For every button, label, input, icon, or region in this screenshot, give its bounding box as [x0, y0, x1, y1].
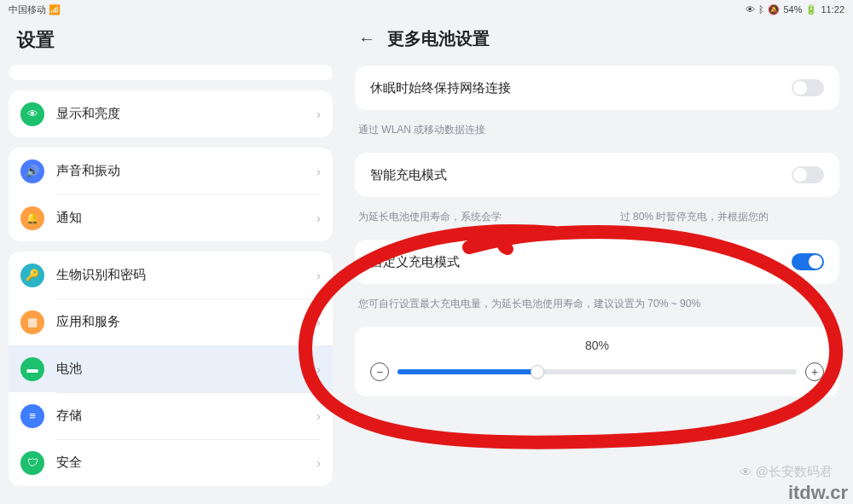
charge-limit-slider-card: 80% − +: [355, 327, 839, 397]
battery-percent: 54%: [783, 4, 802, 14]
settings-nav: 设置 👁 显示和亮度 › 🔊 声音和振动 › 🔔 通知 › 🔑: [0, 19, 341, 504]
nav-label: 显示和亮度: [56, 106, 120, 122]
eye-icon: 👁: [20, 102, 44, 126]
shield-icon: 🛡: [20, 451, 44, 475]
bell-icon: 🔔: [20, 206, 44, 230]
key-icon: 🔑: [20, 264, 44, 287]
setting-desc: 为延长电池使用寿命，系统会学 过 80% 时暂停充电，并根据您的: [355, 202, 839, 240]
nav-biometrics[interactable]: 🔑 生物识别和密码 ›: [9, 252, 333, 298]
nav-label: 电池: [56, 361, 82, 377]
setting-title: 休眠时始终保持网络连接: [370, 80, 511, 96]
site-watermark: itdw.cr: [788, 482, 848, 504]
toggle-sleep-network[interactable]: [792, 79, 824, 96]
weibo-icon: 👁: [740, 465, 752, 479]
nav-sound[interactable]: 🔊 声音和振动 ›: [9, 148, 333, 194]
prev-card-peek[interactable]: [9, 65, 333, 80]
detail-pane: ← 更多电池设置 休眠时始终保持网络连接 通过 WLAN 或移动数据连接 智能充…: [341, 19, 853, 504]
nav-notifications[interactable]: 🔔 通知 ›: [9, 194, 333, 241]
status-bar: 中国移动 📶 👁 ᛒ 🔕 54% 🔋 11:22: [0, 0, 853, 19]
page-title: 更多电池设置: [387, 27, 490, 50]
clock: 11:22: [821, 4, 844, 14]
nav-storage[interactable]: ≡ 存储 ›: [9, 392, 333, 439]
chevron-right-icon: ›: [316, 107, 321, 121]
increase-button[interactable]: +: [805, 362, 824, 381]
nav-display[interactable]: 👁 显示和亮度 ›: [9, 90, 333, 137]
nav-battery[interactable]: ▬ 电池 ›: [9, 345, 333, 392]
speaker-icon: 🔊: [20, 159, 44, 183]
slider-track[interactable]: [397, 369, 797, 374]
setting-title: 自定义充电模式: [370, 254, 460, 270]
setting-desc: 您可自行设置最大充电电量，为延长电池使用寿命，建议设置为 70% ~ 90%: [355, 289, 839, 327]
chevron-right-icon: ›: [316, 268, 321, 282]
back-button[interactable]: ←: [358, 29, 375, 49]
weibo-watermark: 👁 @长安数码君: [740, 464, 833, 480]
battery-icon: 🔋: [805, 4, 817, 15]
nav-label: 通知: [56, 210, 82, 226]
nav-label: 应用和服务: [56, 314, 120, 330]
status-carrier: 中国移动 📶: [9, 3, 61, 16]
nav-label: 安全: [56, 455, 82, 471]
chevron-right-icon: ›: [316, 211, 321, 225]
bluetooth-icon: ᛒ: [758, 4, 764, 14]
nav-label: 生物识别和密码: [56, 267, 146, 283]
signal-icon: 📶: [49, 4, 61, 14]
settings-title: 设置: [9, 19, 333, 65]
setting-smart-charge: 智能充电模式: [355, 153, 839, 197]
storage-icon: ≡: [20, 404, 44, 428]
setting-title: 智能充电模式: [370, 167, 447, 183]
nav-security[interactable]: 🛡 安全 ›: [9, 439, 333, 486]
decrease-button[interactable]: −: [370, 362, 389, 381]
nav-apps[interactable]: ▦ 应用和服务 ›: [9, 298, 333, 345]
chevron-right-icon: ›: [316, 164, 321, 178]
toggle-smart-charge[interactable]: [792, 166, 824, 183]
setting-sleep-network: 休眠时始终保持网络连接: [355, 66, 839, 110]
toggle-custom-charge[interactable]: [792, 253, 824, 270]
slider-fill: [397, 369, 537, 374]
chevron-right-icon: ›: [316, 408, 321, 423]
chevron-right-icon: ›: [316, 362, 321, 376]
chevron-right-icon: ›: [316, 455, 321, 470]
apps-icon: ▦: [20, 310, 44, 334]
setting-custom-charge: 自定义充电模式: [355, 240, 839, 284]
slider-value: 80%: [370, 339, 824, 352]
chevron-right-icon: ›: [316, 315, 321, 329]
nav-label: 存储: [56, 408, 82, 424]
mute-icon: 🔕: [768, 4, 780, 15]
slider-thumb[interactable]: [531, 365, 544, 379]
battery-icon: ▬: [20, 357, 44, 381]
nav-label: 声音和振动: [56, 163, 120, 179]
setting-desc: 通过 WLAN 或移动数据连接: [355, 115, 839, 153]
eye-icon: 👁: [746, 4, 755, 14]
